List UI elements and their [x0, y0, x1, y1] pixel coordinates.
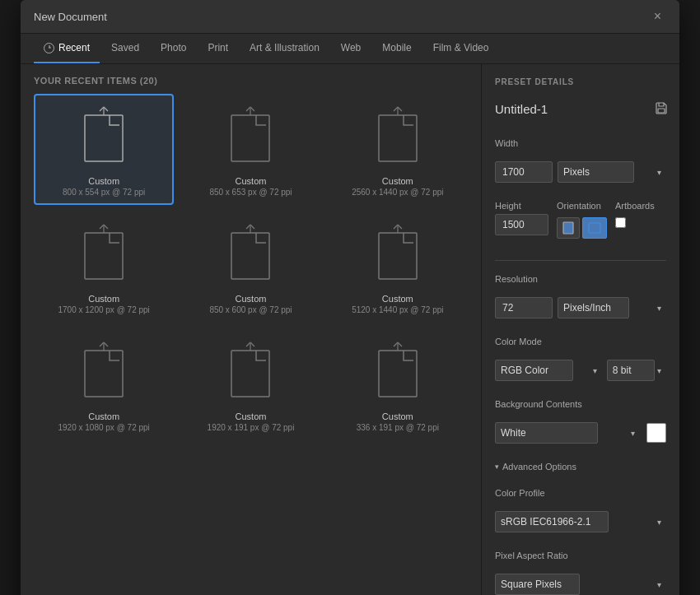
preset-size-0: 800 x 554 px @ 72 ppi [63, 188, 145, 197]
svg-line-32 [246, 342, 250, 346]
save-preset-button[interactable] [651, 100, 671, 119]
pixel-ratio-select-wrap: Square Pixels [495, 574, 666, 595]
preset-item-5[interactable]: Custom 5120 x 1440 px @ 72 ppi [328, 212, 468, 323]
preset-size-8: 336 x 191 px @ 72 ppi [357, 423, 439, 432]
tab-recent[interactable]: Recent [34, 34, 100, 63]
tab-saved[interactable]: Saved [101, 34, 149, 63]
preset-name-2: Custom [382, 176, 413, 186]
preset-name-1: Custom [236, 176, 267, 186]
color-profile-label: Color Profile [495, 488, 666, 498]
doc-icon-2 [369, 104, 427, 170]
height-group: Height [495, 201, 548, 239]
orientation-label: Orientation [557, 201, 607, 211]
preset-item-2[interactable]: Custom 2560 x 1440 px @ 72 ppi [328, 94, 468, 205]
new-document-dialog: New Document × Recent Saved Photo Print … [21, 0, 679, 595]
advanced-options-toggle[interactable]: ▾ Advanced Options [495, 462, 666, 472]
height-label: Height [495, 201, 548, 211]
svg-line-20 [246, 225, 250, 229]
document-name-input[interactable] [495, 102, 651, 116]
svg-line-8 [246, 107, 250, 111]
dialog-body: YOUR RECENT ITEMS (20) Custom 8 [21, 64, 679, 595]
preset-name-4: Custom [236, 294, 267, 304]
height-orientation-row: Height Orientation [495, 201, 666, 239]
tab-art[interactable]: Art & Illustration [240, 34, 329, 63]
preset-item-3[interactable]: Custom 1700 x 1200 px @ 72 ppi [34, 212, 174, 323]
preset-size-4: 850 x 600 px @ 72 ppi [209, 305, 292, 314]
artboards-label: Artboards [615, 201, 655, 211]
advanced-options-label: Advanced Options [502, 462, 576, 472]
svg-rect-26 [85, 351, 123, 397]
svg-rect-34 [379, 351, 417, 397]
svg-line-12 [394, 107, 398, 111]
preset-details-label: PRESET DETAILS [495, 77, 666, 86]
resolution-unit-select-wrap: Pixels/Inch Pixels/Cm [558, 297, 666, 318]
bg-contents-label: Background Contents [495, 399, 666, 409]
bit-depth-select[interactable]: 8 bit 16 bit 32 bit [607, 360, 655, 381]
tab-film[interactable]: Film & Video [423, 34, 499, 63]
dialog-title: New Document [34, 11, 107, 23]
preset-item-6[interactable]: Custom 1920 x 1080 px @ 72 ppi [34, 329, 174, 440]
svg-line-16 [100, 225, 104, 229]
preset-item-1[interactable]: Custom 850 x 653 px @ 72 ppi [180, 94, 320, 205]
tab-web-label: Web [341, 42, 361, 53]
svg-rect-10 [379, 115, 417, 161]
doc-icon-6 [75, 339, 133, 405]
svg-rect-39 [563, 222, 573, 234]
left-panel: YOUR RECENT ITEMS (20) Custom 8 [21, 64, 482, 595]
resolution-label: Resolution [495, 274, 666, 284]
pixel-ratio-select[interactable]: Square Pixels [495, 574, 580, 595]
divider-1 [495, 260, 666, 261]
width-input[interactable] [495, 161, 553, 183]
items-grid: Custom 800 x 554 px @ 72 ppi [21, 94, 481, 595]
tab-print[interactable]: Print [198, 34, 238, 63]
doc-icon-1 [222, 104, 279, 170]
chevron-down-icon: ▾ [495, 463, 499, 471]
bg-contents-select[interactable]: White Black Background Color Transparent [495, 422, 598, 444]
color-profile-select-wrap: sRGB IEC61966-2.1 Adobe RGB (1998) [495, 511, 666, 532]
svg-line-13 [398, 107, 402, 111]
color-mode-select-wrap: RGB Color CMYK Color Grayscale [495, 360, 602, 381]
svg-line-21 [250, 225, 254, 229]
dialog-header: New Document × [21, 0, 679, 34]
width-label: Width [495, 138, 666, 148]
svg-line-36 [394, 342, 398, 346]
portrait-button[interactable] [557, 217, 580, 239]
preset-size-7: 1920 x 191 px @ 72 ppi [208, 423, 295, 432]
tab-mobile[interactable]: Mobile [372, 34, 421, 63]
svg-rect-30 [231, 351, 269, 397]
tab-web[interactable]: Web [331, 34, 371, 63]
width-unit-select-wrap: Pixels Inches Centimeters [558, 161, 666, 183]
landscape-button[interactable] [582, 217, 607, 239]
preset-size-1: 850 x 653 px @ 72 ppi [209, 188, 292, 197]
bg-contents-select-wrap: White Black Background Color Transparent [495, 422, 640, 444]
resolution-unit-select[interactable]: Pixels/Inch Pixels/Cm [558, 297, 629, 318]
bg-color-swatch[interactable] [646, 423, 666, 443]
svg-rect-18 [231, 233, 269, 279]
tab-mobile-label: Mobile [382, 42, 411, 53]
svg-rect-14 [85, 233, 123, 279]
preset-name-8: Custom [382, 411, 413, 421]
preset-size-6: 1920 x 1080 px @ 72 ppi [58, 423, 149, 432]
svg-rect-22 [379, 233, 417, 279]
preset-item-4[interactable]: Custom 850 x 600 px @ 72 ppi [180, 212, 320, 323]
tab-photo-label: Photo [161, 42, 186, 53]
tab-photo[interactable]: Photo [151, 34, 196, 63]
artboards-checkbox[interactable] [615, 217, 626, 228]
preset-item-8[interactable]: Custom 336 x 191 px @ 72 ppi [328, 329, 468, 440]
color-mode-row: RGB Color CMYK Color Grayscale 8 bit 16 … [495, 360, 666, 381]
artboards-checkbox-wrap [615, 217, 655, 228]
height-input[interactable] [495, 214, 548, 235]
tab-art-label: Art & Illustration [250, 42, 320, 53]
preset-size-5: 5120 x 1440 px @ 72 ppi [352, 305, 443, 314]
preset-item-0[interactable]: Custom 800 x 554 px @ 72 ppi [34, 94, 174, 205]
width-unit-select[interactable]: Pixels Inches Centimeters [558, 161, 634, 183]
color-profile-select[interactable]: sRGB IEC61966-2.1 Adobe RGB (1998) [495, 511, 609, 532]
bg-contents-row: White Black Background Color Transparent [495, 422, 666, 444]
dialog-close-button[interactable]: × [649, 8, 666, 25]
svg-line-9 [250, 107, 254, 111]
svg-rect-2 [85, 115, 123, 161]
resolution-input[interactable] [495, 297, 553, 318]
color-mode-select[interactable]: RGB Color CMYK Color Grayscale [495, 360, 573, 381]
preset-item-7[interactable]: Custom 1920 x 191 px @ 72 ppi [180, 329, 320, 440]
preset-title-row [495, 100, 666, 119]
